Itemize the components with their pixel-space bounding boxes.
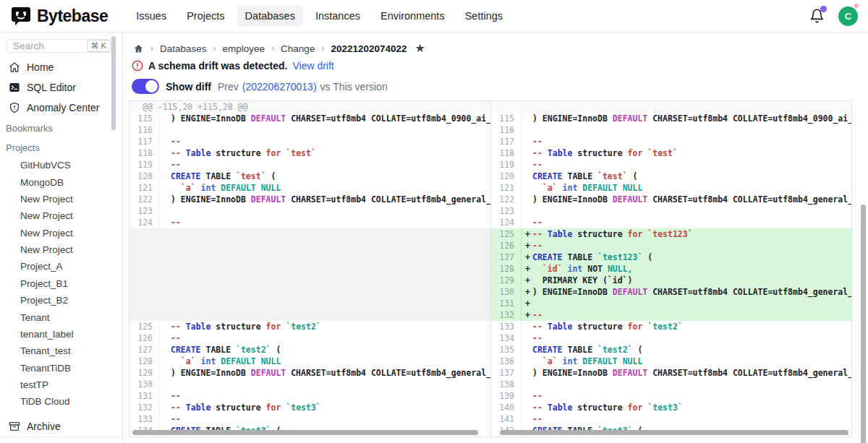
- avatar-status-dot: [854, 4, 859, 8]
- diff-row: 115) ENGINE=InnoDB DEFAULT CHARSET=utf8m…: [491, 113, 851, 124]
- sidebar: Search ⌘ K Home SQL Editor Anomaly Cente…: [0, 33, 123, 443]
- nav-item-projects[interactable]: Projects: [179, 6, 232, 26]
- diff-row: 116: [129, 124, 490, 136]
- home-icon: [9, 61, 20, 73]
- diff-right-horizontal-scrollbar[interactable]: [500, 430, 848, 435]
- sidebar-item-sql-editor[interactable]: SQL Editor: [0, 77, 122, 98]
- show-diff-toggle[interactable]: [132, 79, 159, 94]
- sidebar-project-item[interactable]: testTP: [0, 377, 122, 393]
- view-drift-link[interactable]: View drift: [292, 60, 333, 72]
- diff-row: 115) ENGINE=InnoDB DEFAULT CHARSET=utf8m…: [129, 113, 490, 124]
- star-icon[interactable]: ★: [415, 43, 425, 54]
- sidebar-project-item[interactable]: TiDB Cloud: [0, 393, 122, 410]
- sidebar-item-label: SQL Editor: [27, 82, 76, 93]
- sidebar-project-item[interactable]: Project_B2: [0, 292, 122, 309]
- breadcrumb-item-employee[interactable]: employee: [223, 43, 265, 54]
- project-list: GitHubVCSMongoDBNew ProjectNew ProjectNe…: [0, 157, 122, 410]
- sidebar-project-item[interactable]: Project_B1: [0, 275, 122, 292]
- sidebar-project-item[interactable]: New Project: [0, 207, 122, 224]
- sidebar-project-item[interactable]: Tenant: [0, 309, 122, 325]
- page-vertical-scrollbar[interactable]: [861, 205, 866, 443]
- bytebase-logo-icon: [10, 5, 32, 27]
- diff-row: 141--: [491, 413, 851, 425]
- breadcrumb-item-databases[interactable]: Databases: [160, 43, 207, 54]
- top-nav: Bytebase IssuesProjectsDatabasesInstance…: [0, 0, 868, 33]
- nav-right: C: [809, 7, 858, 26]
- diff-row: 117--: [491, 136, 851, 147]
- sidebar-project-item[interactable]: New Project: [0, 225, 122, 241]
- diff-row: 129+ PRIMARY KEY (`id`): [491, 275, 851, 286]
- breadcrumb-item-change[interactable]: Change: [281, 43, 315, 54]
- sidebar-item-label: Home: [27, 61, 54, 73]
- show-diff-label: Show diff: [166, 81, 211, 93]
- brand[interactable]: Bytebase: [10, 5, 108, 27]
- diff-row: 119--: [129, 159, 490, 171]
- sidebar-item-home[interactable]: Home: [0, 57, 122, 77]
- sidebar-item-archive[interactable]: Archive: [0, 416, 122, 436]
- breadcrumb-separator: ›: [321, 43, 324, 53]
- diff-row: [491, 101, 851, 113]
- sidebar-section-projects[interactable]: Projects: [0, 137, 122, 157]
- diff-row: 138: [491, 379, 851, 390]
- sidebar-project-item[interactable]: TenantTiDB: [0, 360, 122, 377]
- diff-row: 123: [129, 205, 490, 217]
- sidebar-project-item[interactable]: New Project: [0, 241, 122, 258]
- diff-row: 135CREATE TABLE `test2` (: [491, 344, 851, 356]
- sidebar-project-item[interactable]: New Project: [0, 191, 122, 207]
- sidebar-project-item[interactable]: GitHubVCS: [0, 157, 122, 173]
- diff-row: 126--: [129, 332, 490, 344]
- sidebar-project-item[interactable]: Tenant_test: [0, 343, 122, 359]
- diff-row: 124--: [491, 217, 851, 228]
- diff-row: [129, 228, 490, 321]
- diff-row: 128+ `id` int NOT NULL,: [491, 263, 851, 275]
- breadcrumb-home-icon[interactable]: [133, 43, 144, 54]
- notification-dot: [820, 6, 827, 12]
- diff-row: 130: [129, 379, 490, 390]
- diff-row: 124--: [129, 217, 490, 228]
- notifications-button[interactable]: [809, 8, 825, 24]
- sidebar-project-item[interactable]: MongoDB: [0, 173, 122, 190]
- nav-item-instances[interactable]: Instances: [307, 6, 368, 26]
- diff-row: 128 `a` int DEFAULT NULL: [129, 356, 490, 367]
- breadcrumb-current-version: 20221202074022: [331, 43, 407, 54]
- sidebar-project-item[interactable]: Project_A: [0, 258, 122, 275]
- vs-label: vs This version: [320, 81, 388, 93]
- diff-row: 136 `a` int DEFAULT NULL: [491, 356, 851, 367]
- nav-items: IssuesProjectsDatabasesInstancesEnvironm…: [128, 6, 809, 26]
- nav-item-issues[interactable]: Issues: [128, 6, 174, 26]
- drift-warning: A schema drift was detected. View drift: [132, 60, 868, 72]
- nav-item-environments[interactable]: Environments: [373, 6, 453, 26]
- sidebar-scrollbar[interactable]: [111, 36, 116, 130]
- avatar-initial: C: [845, 11, 851, 22]
- archive-icon: [9, 421, 20, 432]
- diff-row: 130+) ENGINE=InnoDB DEFAULT CHARSET=utf8…: [491, 286, 851, 298]
- diff-left-horizontal-scrollbar[interactable]: [132, 430, 478, 435]
- diff-row: 132+--: [491, 309, 851, 321]
- diff-viewer: @@ -115,20 +115,28 @@115) ENGINE=InnoDB …: [129, 100, 852, 437]
- sidebar-section-bookmarks[interactable]: Bookmarks: [0, 118, 122, 137]
- breadcrumb-separator: ›: [150, 43, 153, 53]
- main-content: › Databases › employee › Change › 202212…: [123, 33, 868, 443]
- diff-row: 127+CREATE TABLE `test123` (: [491, 251, 851, 263]
- shield-icon: [9, 102, 20, 113]
- diff-row: 133--: [129, 413, 490, 425]
- search-shortcut-kbd: ⌘ K: [87, 40, 111, 52]
- sidebar-item-label: Anomaly Center: [27, 102, 99, 113]
- search-input[interactable]: Search ⌘ K: [6, 39, 115, 53]
- diff-row: 131--: [129, 390, 490, 402]
- diff-row: 127CREATE TABLE `test2` (: [129, 344, 490, 356]
- diff-row: @@ -115,20 +115,28 @@: [129, 101, 490, 113]
- sidebar-item-anomaly-center[interactable]: Anomaly Center: [0, 98, 122, 118]
- diff-row: 122) ENGINE=InnoDB DEFAULT CHARSET=utf8m…: [491, 194, 851, 205]
- sidebar-item-label: Archive: [27, 421, 61, 432]
- avatar[interactable]: C: [838, 7, 858, 26]
- prev-version-link[interactable]: (202206270013): [242, 81, 317, 93]
- breadcrumb-separator: ›: [271, 43, 274, 53]
- diff-row: 122) ENGINE=InnoDB DEFAULT CHARSET=utf8m…: [129, 194, 490, 205]
- diff-row: 126+--: [491, 240, 851, 251]
- nav-item-settings[interactable]: Settings: [457, 6, 511, 26]
- diff-row: 117--: [129, 136, 490, 147]
- sidebar-project-item[interactable]: tenant_label: [0, 326, 122, 343]
- nav-item-databases[interactable]: Databases: [237, 6, 303, 26]
- diff-row: 125-- Table structure for `test2`: [129, 321, 490, 332]
